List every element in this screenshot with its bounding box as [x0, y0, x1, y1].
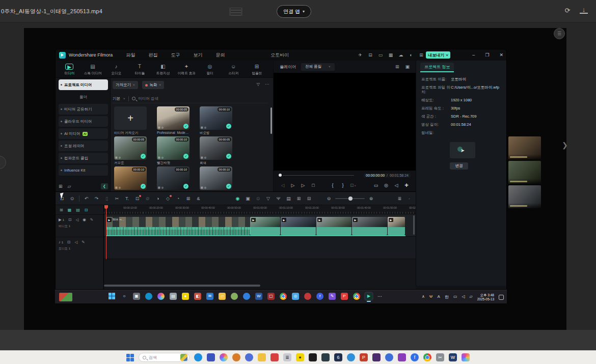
timeline-clip[interactable]: ▶ [388, 217, 405, 235]
brush-icon[interactable]: ✎ [82, 240, 85, 244]
tab-stickers[interactable]: ☺스티커 [223, 62, 244, 77]
sidebar-item-folder[interactable]: 폴더 [59, 92, 108, 102]
timeline-clip[interactable]: ▶ [250, 217, 280, 235]
blue-circle-app[interactable] [347, 353, 355, 361]
pen-app[interactable]: ✎ [329, 293, 336, 300]
tab-media[interactable]: ▶미디어 [59, 62, 80, 77]
view-mode-label[interactable]: 기본 [113, 96, 120, 101]
tab-templates[interactable]: ⊞템플릿 [246, 62, 267, 77]
seek-handle[interactable] [279, 174, 282, 177]
media-item[interactable]: 00:00:05▦◎✓회색 [200, 136, 232, 165]
hidden-icons-chevron[interactable]: ∧ [422, 294, 425, 300]
edge[interactable] [194, 353, 202, 361]
camera-icon[interactable]: ▣ [245, 196, 251, 201]
game-app[interactable] [462, 353, 470, 361]
outlook[interactable]: ✉ [206, 293, 213, 300]
tab-audio[interactable]: ♪오디오 [105, 62, 127, 77]
snapshot-icon[interactable]: ◎ [381, 183, 391, 188]
start-button[interactable] [126, 354, 134, 361]
tray-clock[interactable]: 오후 3:48 2025-05-13 [477, 293, 494, 301]
lock-icon[interactable]: ⊡ [68, 217, 71, 222]
chrome[interactable] [280, 293, 287, 300]
tab-filters[interactable]: ◎필터 [199, 62, 221, 77]
folder-tray-icon[interactable]: ▱ [470, 294, 473, 300]
media-search-input[interactable] [139, 96, 200, 101]
media-item[interactable]: 00:00:10▦◎✓바오밥 [200, 106, 232, 135]
search-icon[interactable]: ○ [121, 293, 128, 300]
ime-latin[interactable]: A [438, 294, 440, 300]
screen-record-icon[interactable]: ⊞ [295, 196, 302, 201]
edit-point-icon[interactable]: ✚ [401, 183, 412, 188]
chapter-thumb-1[interactable] [508, 136, 541, 159]
menu-item[interactable]: 보기 [193, 52, 202, 59]
more-dot-icon[interactable]: · [406, 196, 413, 201]
mask-shield-icon[interactable]: ▽ [265, 196, 272, 201]
add-text-track-icon[interactable]: ⊡ [85, 208, 88, 212]
collapse-sidebar-button[interactable]: ❮ [101, 183, 108, 189]
crop-icon[interactable]: ⊡ [134, 196, 141, 201]
media-thumbnail[interactable]: 00:00:05▦◎✓ [114, 136, 147, 160]
display-icon[interactable]: ▭ [377, 52, 384, 58]
fullscreen-icon[interactable]: ▭ [371, 183, 381, 188]
sidebar-item-media-share[interactable]: 미디어 공유하기 [59, 104, 108, 115]
start-button[interactable] [109, 293, 116, 300]
tab-effects[interactable]: ✦이펙트 효과 [176, 62, 197, 77]
menu-item[interactable]: 도구 [171, 52, 180, 59]
download-icon[interactable]: ↓ [580, 7, 588, 14]
share-icon[interactable]: ✈ [357, 52, 363, 58]
purple-app[interactable] [398, 353, 406, 361]
six-app[interactable]: 6 [334, 353, 342, 361]
copilot[interactable] [220, 353, 228, 361]
tab-stock-media[interactable]: ▤스톡 미디어 [82, 62, 103, 77]
video-track-icon[interactable]: ▶ [59, 217, 62, 222]
blue-app[interactable] [385, 353, 393, 361]
f-app[interactable]: f [316, 293, 323, 300]
taskbar-search-input[interactable] [149, 355, 175, 360]
robot-app[interactable]: ◎ [292, 293, 299, 300]
taskbar-search[interactable] [139, 353, 189, 362]
facebook[interactable]: f [411, 353, 419, 361]
minimize-button[interactable]: – [472, 52, 475, 58]
connect-app-button[interactable]: 연결 앱 ▾ [277, 5, 311, 18]
acrobat[interactable]: ▢ [267, 293, 275, 300]
add-audio-track-icon[interactable]: ▤ [76, 208, 80, 212]
layout-grid-icon[interactable]: ⊞ [418, 52, 424, 58]
save-icon[interactable]: ▦ [388, 52, 394, 58]
navy-app[interactable]: W [449, 353, 457, 361]
audio-ducking-icon[interactable]: ⊙ [69, 196, 75, 201]
chapter-thumb-2[interactable] [508, 161, 541, 184]
zoom-slider[interactable] [335, 198, 365, 199]
mic-icon[interactable]: Ψ [429, 294, 433, 300]
apps-grid-icon[interactable] [229, 8, 242, 16]
timeline-clip[interactable]: ▶ [281, 217, 316, 235]
word[interactable]: W [255, 293, 262, 300]
cloud-icon[interactable]: ☁ [398, 52, 404, 58]
text-icon[interactable]: T. [124, 196, 130, 201]
sidebar-item-project-media[interactable]: 프로젝트 미디어 [59, 79, 108, 90]
workspace-icon[interactable]: ⊟ [367, 52, 373, 58]
speed-icon[interactable]: ◔ [175, 196, 181, 201]
sidebar-item-adjustment-layer[interactable]: 조정 레이어 [59, 141, 108, 151]
kakaotalk[interactable]: ● [182, 293, 189, 300]
menu-item[interactable]: 문의 [215, 52, 225, 59]
link-icon[interactable]: ⊘ [144, 196, 151, 201]
browser-scrollbar[interactable] [270, 107, 272, 134]
keyframe-icon[interactable]: ◇ [165, 196, 171, 201]
snip-app[interactable]: ✂ [436, 353, 444, 361]
chapter-thumb-3[interactable] [508, 185, 541, 208]
tab-titles[interactable]: T타이틀 [129, 62, 150, 77]
media-thumbnail[interactable]: 00:00:05▦◎✓ [157, 106, 189, 130]
timeline-clip[interactable]: ▶50초 m... [106, 217, 250, 235]
import-media-tile[interactable]: + [114, 106, 147, 130]
amber-app[interactable] [232, 353, 240, 361]
brush-icon[interactable]: ✎ [90, 217, 93, 222]
color-icon[interactable]: ◑ [154, 196, 161, 201]
media-item[interactable]: 00:00:10▦◎✓ [157, 166, 189, 191]
chrome[interactable] [423, 353, 431, 361]
restore-button[interactable]: ❐ [485, 52, 489, 58]
red-app[interactable] [270, 353, 279, 361]
camera-app[interactable] [304, 293, 311, 300]
notification-icon[interactable] [499, 295, 504, 300]
mark-in-icon[interactable]: { [328, 183, 338, 188]
file-explorer[interactable] [258, 353, 266, 361]
